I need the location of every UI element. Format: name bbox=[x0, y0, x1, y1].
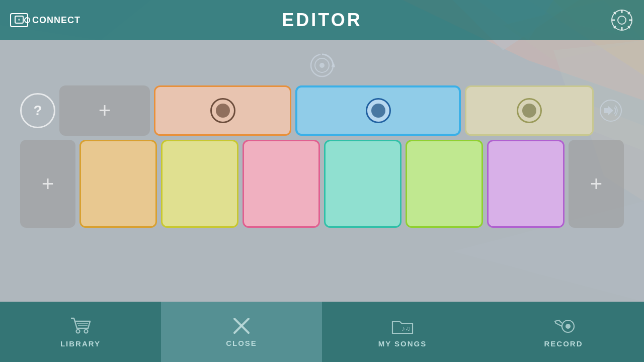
record-label: RECORD bbox=[544, 339, 583, 348]
add-pad-button[interactable]: + bbox=[59, 85, 150, 136]
reload-icon bbox=[308, 51, 336, 79]
phone-icon bbox=[14, 16, 24, 25]
add-pad-left-button[interactable]: + bbox=[20, 140, 75, 228]
mysongs-icon: ♪♫ bbox=[391, 316, 414, 335]
pad-teal[interactable] bbox=[324, 140, 401, 228]
svg-rect-28 bbox=[604, 108, 608, 113]
svg-point-12 bbox=[18, 19, 20, 21]
volume-button[interactable] bbox=[598, 98, 624, 124]
svg-point-38 bbox=[566, 324, 571, 329]
mysongs-button[interactable]: ♪♫ MY SONGS bbox=[322, 302, 483, 362]
settings-button[interactable] bbox=[610, 8, 634, 32]
drum-indicator-3 bbox=[517, 98, 542, 123]
pad-pink[interactable] bbox=[243, 140, 320, 228]
close-button[interactable]: CLOSE bbox=[161, 302, 322, 362]
pad-beige[interactable] bbox=[465, 85, 594, 136]
volume-icon bbox=[599, 99, 622, 122]
help-button[interactable]: ? bbox=[20, 93, 55, 128]
pads-container: ? + bbox=[20, 85, 624, 228]
pad-green[interactable] bbox=[406, 140, 483, 228]
svg-point-31 bbox=[85, 329, 88, 333]
close-label: CLOSE bbox=[226, 339, 257, 347]
pad-blue[interactable] bbox=[295, 85, 461, 136]
pad-yellow[interactable] bbox=[161, 140, 238, 228]
header: CONNECT EDITOR bbox=[0, 0, 644, 40]
record-button[interactable]: RECORD bbox=[483, 302, 644, 362]
pads-row-2-inner bbox=[79, 140, 565, 228]
library-label: LIBRARY bbox=[60, 339, 101, 348]
pads-row-1: ? + bbox=[20, 85, 624, 136]
connect-label: CONNECT bbox=[32, 15, 80, 26]
mysongs-label: MY SONGS bbox=[378, 339, 427, 348]
plus-icon-left: + bbox=[42, 172, 54, 196]
footer: LIBRARY CLOSE ♪♫ MY SONGS RECORD bbox=[0, 302, 644, 362]
connect-button[interactable]: CONNECT bbox=[10, 13, 80, 27]
svg-point-14 bbox=[618, 16, 626, 24]
record-icon bbox=[552, 316, 575, 335]
library-icon bbox=[70, 316, 91, 335]
page-title: EDITOR bbox=[282, 10, 362, 31]
plus-icon-right: + bbox=[590, 172, 603, 196]
svg-point-30 bbox=[76, 329, 80, 333]
drum-indicator-2 bbox=[366, 98, 391, 123]
connect-icon bbox=[10, 13, 28, 27]
pad-orange[interactable] bbox=[79, 140, 157, 228]
pad-salmon[interactable] bbox=[154, 85, 291, 136]
drum-inner-3 bbox=[522, 104, 536, 118]
add-pad-right-button[interactable]: + bbox=[569, 140, 624, 228]
library-button[interactable]: LIBRARY bbox=[0, 302, 161, 362]
spinner-icon[interactable] bbox=[307, 50, 337, 80]
drum-inner-1 bbox=[216, 104, 230, 118]
pad-purple[interactable] bbox=[487, 140, 565, 228]
settings-icon bbox=[611, 9, 633, 31]
drum-indicator-1 bbox=[210, 98, 235, 123]
question-mark: ? bbox=[33, 103, 42, 119]
close-icon bbox=[232, 317, 251, 335]
svg-point-25 bbox=[319, 63, 325, 68]
pads-row-2: + + bbox=[20, 140, 624, 228]
plus-icon: + bbox=[99, 99, 111, 123]
drum-inner-2 bbox=[371, 104, 385, 118]
svg-marker-29 bbox=[608, 106, 613, 115]
main-content: ? + bbox=[0, 40, 644, 302]
svg-text:♪♫: ♪♫ bbox=[401, 324, 411, 332]
